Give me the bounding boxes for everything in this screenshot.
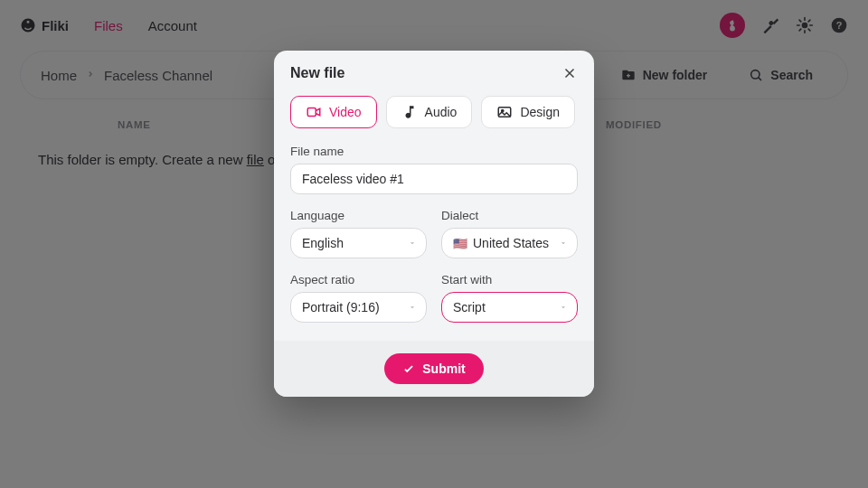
start-with-label: Start with <box>441 273 578 286</box>
modal-overlay[interactable]: New file Video Audio Design <box>0 0 868 488</box>
dialect-label: Dialect <box>441 209 578 222</box>
close-button[interactable] <box>561 65 578 81</box>
start-with-select[interactable]: Script <box>441 292 578 323</box>
new-file-modal: New file Video Audio Design <box>274 51 594 397</box>
audio-icon <box>401 104 418 120</box>
type-tabs: Video Audio Design <box>290 96 578 128</box>
file-name-input[interactable] <box>290 164 578 194</box>
check-icon <box>402 362 415 375</box>
modal-title: New file <box>290 65 344 81</box>
aspect-ratio-label: Aspect ratio <box>290 273 427 286</box>
tab-design[interactable]: Design <box>481 96 575 128</box>
file-name-label: File name <box>290 145 578 158</box>
chevron-down-icon <box>559 300 568 314</box>
chevron-down-icon <box>559 236 568 250</box>
flag-icon: 🇺🇸 <box>453 237 467 250</box>
dialect-select[interactable]: 🇺🇸 United States <box>441 228 578 258</box>
video-icon <box>306 104 322 120</box>
language-label: Language <box>290 209 427 222</box>
close-icon <box>561 65 578 81</box>
chevron-down-icon <box>408 236 417 250</box>
svg-rect-4 <box>307 108 316 117</box>
image-icon <box>496 104 513 120</box>
tab-video[interactable]: Video <box>290 96 377 128</box>
language-select[interactable]: English <box>290 228 427 258</box>
tab-audio[interactable]: Audio <box>386 96 473 128</box>
submit-button[interactable]: Submit <box>384 353 483 384</box>
chevron-down-icon <box>408 300 417 314</box>
aspect-ratio-select[interactable]: Portrait (9:16) <box>290 292 427 323</box>
